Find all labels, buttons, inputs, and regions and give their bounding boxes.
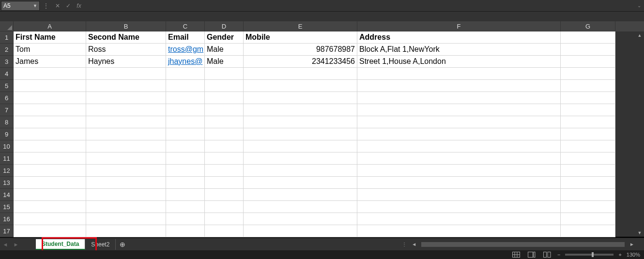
cell[interactable] (166, 165, 205, 177)
cell[interactable] (166, 213, 205, 225)
cell[interactable] (244, 225, 357, 237)
cell[interactable] (86, 128, 166, 140)
cell[interactable] (14, 152, 86, 165)
cell-E2[interactable]: 987678987 (244, 44, 357, 56)
row-header-4[interactable]: 4 (0, 68, 14, 80)
view-page-break-icon[interactable] (542, 251, 552, 258)
cell[interactable] (86, 152, 166, 165)
cell[interactable] (205, 201, 244, 213)
cell[interactable] (14, 213, 86, 225)
cell[interactable] (357, 140, 561, 152)
cell-E3[interactable]: 2341233456 (244, 56, 357, 68)
zoom-out-button[interactable]: − (557, 252, 560, 258)
cell[interactable] (86, 92, 166, 104)
cell[interactable] (86, 213, 166, 225)
cell-G1[interactable] (561, 31, 615, 44)
cell-G2[interactable] (561, 44, 615, 56)
cell[interactable] (205, 92, 244, 104)
cell[interactable] (14, 201, 86, 213)
row-header-10[interactable]: 10 (0, 140, 14, 152)
cell-D3[interactable]: Male (205, 56, 244, 68)
cell-B2[interactable]: Ross (86, 44, 166, 56)
cell[interactable] (86, 104, 166, 116)
cell[interactable] (205, 128, 244, 140)
cell[interactable] (166, 201, 205, 213)
email-link[interactable]: jhaynes@ (168, 57, 202, 66)
cell[interactable] (357, 165, 561, 177)
cancel-button[interactable]: ✕ (52, 0, 63, 11)
cell[interactable] (561, 140, 615, 152)
row-header-6[interactable]: 6 (0, 92, 14, 104)
cell-A4[interactable] (14, 68, 86, 80)
cell[interactable] (561, 177, 615, 189)
select-all-corner[interactable] (0, 21, 14, 31)
cell[interactable] (14, 80, 86, 92)
cell[interactable] (166, 177, 205, 189)
expand-formula-bar-icon[interactable]: ⌄ (634, 3, 644, 8)
scroll-up-icon[interactable]: ▲ (635, 31, 644, 39)
cell[interactable] (166, 128, 205, 140)
cell[interactable] (244, 165, 357, 177)
cell[interactable] (244, 152, 357, 165)
cell[interactable] (14, 128, 86, 140)
cell[interactable] (357, 80, 561, 92)
new-sheet-button[interactable]: ⊕ (116, 241, 129, 248)
cell[interactable] (166, 140, 205, 152)
cell[interactable] (205, 213, 244, 225)
horizontal-scrollbar[interactable] (421, 242, 625, 247)
row-header-8[interactable]: 8 (0, 116, 14, 128)
cell-A2[interactable]: Tom (14, 44, 86, 56)
cell[interactable] (244, 189, 357, 201)
cell[interactable] (244, 104, 357, 116)
cell[interactable] (86, 177, 166, 189)
cell[interactable] (357, 92, 561, 104)
cell-C2[interactable]: tross@gm (166, 44, 205, 56)
row-header-1[interactable]: 1 (0, 31, 14, 44)
cell[interactable] (14, 189, 86, 201)
cell[interactable] (86, 116, 166, 128)
cell[interactable] (244, 116, 357, 128)
zoom-in-button[interactable]: + (618, 252, 621, 258)
scroll-down-icon[interactable]: ▼ (635, 229, 644, 237)
confirm-button[interactable]: ✓ (63, 0, 74, 11)
cell[interactable] (205, 104, 244, 116)
cell[interactable] (357, 213, 561, 225)
col-header-E[interactable]: E (244, 21, 357, 31)
cell-F3[interactable]: Street 1,House A,London (357, 56, 561, 68)
cell[interactable] (86, 140, 166, 152)
sheet-nav-prev[interactable]: ◄ (0, 242, 11, 247)
cell[interactable] (244, 128, 357, 140)
cell[interactable] (357, 116, 561, 128)
scroll-right-icon[interactable]: ► (629, 242, 634, 247)
cell[interactable] (244, 92, 357, 104)
cell-D1[interactable]: Gender (205, 31, 244, 44)
cell-A1[interactable]: First Name (14, 31, 86, 44)
cell[interactable] (166, 92, 205, 104)
cell[interactable] (357, 189, 561, 201)
cell[interactable] (166, 152, 205, 165)
row-header-15[interactable]: 15 (0, 201, 14, 213)
cell[interactable] (86, 80, 166, 92)
row-header-13[interactable]: 13 (0, 177, 14, 189)
cell-G3[interactable] (561, 56, 615, 68)
row-header-9[interactable]: 9 (0, 128, 14, 140)
row-header-2[interactable]: 2 (0, 44, 14, 56)
view-normal-icon[interactable] (511, 251, 521, 258)
col-header-A[interactable]: A (14, 21, 86, 31)
cell[interactable] (561, 201, 615, 213)
sheet-nav-next[interactable]: ► (11, 242, 21, 247)
col-header-C[interactable]: C (166, 21, 205, 31)
cell[interactable] (205, 140, 244, 152)
cell[interactable] (561, 104, 615, 116)
cell-B3[interactable]: Haynes (86, 56, 166, 68)
row-header-5[interactable]: 5 (0, 80, 14, 92)
cell[interactable] (14, 165, 86, 177)
cell[interactable] (244, 213, 357, 225)
insert-function-button[interactable]: fx (74, 0, 84, 11)
cell-E4[interactable] (244, 68, 357, 80)
row-header-11[interactable]: 11 (0, 152, 14, 165)
cell[interactable] (244, 177, 357, 189)
sheet-tab-sheet2[interactable]: Sheet2 (85, 239, 116, 250)
row-header-14[interactable]: 14 (0, 189, 14, 201)
cell-C4[interactable] (166, 68, 205, 80)
